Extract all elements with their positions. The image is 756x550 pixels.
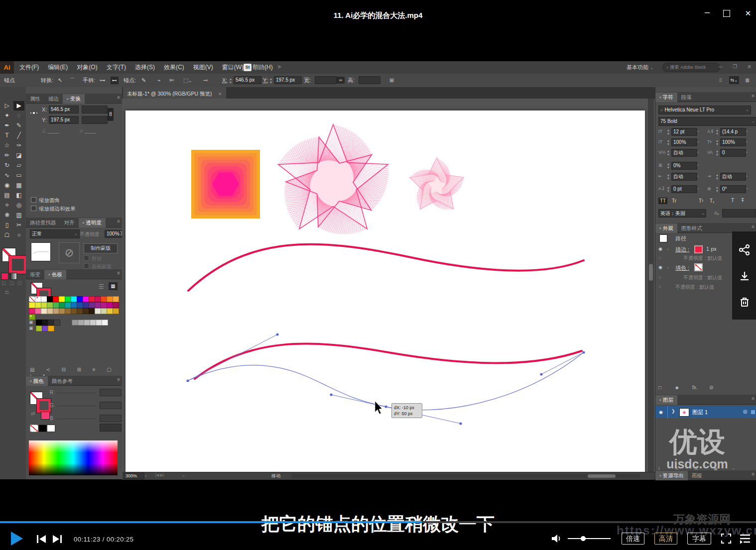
w-field[interactable] [315, 76, 337, 84]
object-opacity-row[interactable]: 不透明度 : 默认值 [675, 284, 714, 291]
aki-right-dropdown-icon[interactable]: ⌄ [745, 173, 749, 178]
paintbrush-tool[interactable]: ✑ [13, 141, 24, 150]
character-width-dropdown-icon[interactable]: ⌄ [696, 162, 700, 167]
playlist-icon[interactable] [739, 534, 751, 544]
next-button[interactable] [52, 534, 63, 544]
zoom-level-select[interactable]: 300% [124, 473, 144, 479]
connect-path-icon[interactable]: ⌁ [157, 74, 161, 87]
fill-row-label[interactable]: 填色 : [675, 264, 689, 272]
channel-R-slider[interactable] [57, 393, 96, 393]
chevron-down-icon[interactable]: ⌄ [666, 265, 670, 269]
swatches-tab-1[interactable]: ◦ 色板 [44, 270, 66, 279]
swatch-group-icon[interactable]: ▣ [29, 326, 33, 330]
layer-name[interactable]: 图层 1 [692, 409, 708, 416]
layers-tab-0[interactable]: ◦ 图层 [655, 395, 677, 405]
gray-dark-swatch-3[interactable] [54, 320, 60, 326]
stroke-swatch[interactable] [9, 256, 27, 274]
dock-bottom-tab-1[interactable]: 画板 [688, 471, 706, 480]
swap-colors-icon[interactable]: ⇄ [31, 411, 35, 416]
y-stepper[interactable]: ▲▼ [269, 77, 273, 84]
x-stepper[interactable]: ▲▼ [229, 77, 233, 84]
document-tab[interactable]: 未标题-1* @ 300% (RGB/GPU 预览) ✕ [123, 87, 226, 99]
kerning-field[interactable]: 自动 [671, 149, 697, 157]
selection-tool[interactable]: ▷ [1, 101, 12, 110]
decoration-button-1[interactable]: Ŧ [741, 198, 744, 203]
swatches-tab-0[interactable]: 渐变 [26, 270, 44, 279]
horizontal-scale-dropdown-icon[interactable]: ⌄ [745, 139, 749, 143]
symbol-sprayer-tool[interactable]: ❋ [1, 211, 12, 220]
shape-tool[interactable]: ☆ [1, 141, 12, 150]
case-button-3[interactable]: T₁ [708, 198, 716, 204]
convert-smooth-icon[interactable]: ⌒ [70, 74, 75, 87]
free-transform-tool[interactable]: ▭ [13, 171, 24, 180]
pencil-tool[interactable]: ✏ [1, 151, 12, 160]
dock-bottom-panel-menu-icon[interactable]: ≡ [752, 471, 755, 477]
transform-tab-1[interactable]: 描边 [44, 94, 63, 104]
vertical-scale-dropdown-icon[interactable]: ⌄ [696, 139, 700, 143]
leading-field[interactable]: (14.4 p [720, 128, 746, 136]
reference-point-widget[interactable] [30, 109, 38, 117]
layer-row[interactable]: ◉ ❯ ★ 图层 1 ◎ [655, 406, 756, 418]
menu-item-3[interactable]: 文字(T) [107, 61, 126, 74]
menu-item-5[interactable]: 效果(C) [164, 61, 184, 74]
aki-right-field[interactable]: 自动 [720, 173, 746, 181]
rotate-tool[interactable]: ↻ [1, 161, 12, 170]
hand-tool[interactable]: ☖ [1, 230, 12, 240]
volume-slider[interactable] [568, 538, 611, 539]
mesh-tool[interactable]: ▤ [1, 191, 12, 200]
row1-swatch-12[interactable] [113, 296, 119, 302]
character-panel-menu-icon[interactable]: ≡ [752, 93, 755, 99]
color-none-chip[interactable] [30, 425, 38, 432]
panel-strip-icon-3[interactable]: ⊘ [709, 385, 713, 390]
layers-panel-menu-icon[interactable]: ≡ [752, 396, 755, 401]
char-rotation-field[interactable]: 0° [720, 185, 746, 193]
channel-R-field[interactable] [100, 389, 122, 396]
color-black-chip[interactable] [38, 425, 47, 432]
horizontal-scrollbar[interactable] [291, 474, 640, 478]
tx-y-field[interactable]: 197.5 px [49, 116, 79, 124]
preferences-icon[interactable]: ⇆⌄ [729, 76, 739, 84]
case-button-0[interactable]: TT [658, 198, 667, 204]
hide-handles-icon[interactable]: ⊷ [111, 77, 119, 84]
hscrollbar-thumb[interactable] [588, 474, 616, 478]
kerning-dropdown-icon[interactable]: ⌄ [696, 149, 700, 154]
isolate-icon[interactable]: ⬚⌄ [183, 74, 192, 88]
list-view-icon[interactable]: ☰ [99, 283, 104, 290]
leading-stepper[interactable]: ▲ ▼ [715, 128, 719, 135]
tracking-field[interactable]: 0 [720, 149, 746, 157]
document-icon[interactable]: ▤ [228, 63, 234, 70]
scale-tool[interactable]: ▱ [13, 161, 24, 170]
channel-B-field[interactable] [100, 415, 122, 422]
align-icons[interactable]: ⫶⫶ [719, 74, 722, 87]
fill-opacity-row[interactable]: 不透明度 : 默认值 [683, 274, 722, 281]
transparency-tab-1[interactable]: 对齐 [60, 218, 79, 227]
panel-strip-icon-0[interactable]: □ [658, 385, 661, 390]
menu-item-2[interactable]: 对象(O) [77, 61, 97, 74]
show-handles-icon[interactable]: ⊶ [100, 74, 105, 87]
baseline-shift-stepper[interactable]: ▲ ▼ [666, 186, 670, 193]
transform-panel-icon[interactable]: ⊞ [389, 74, 394, 87]
aki-left-dropdown-icon[interactable]: ⌄ [696, 173, 700, 178]
appearance-tab-1[interactable]: 图形样式 [677, 223, 706, 233]
case-button-2[interactable]: T¹ [697, 198, 705, 204]
stroke-width-value[interactable]: 1 px [706, 246, 717, 252]
tx-w-field[interactable] [82, 106, 108, 113]
tracking-stepper[interactable]: ▲ ▼ [715, 149, 719, 156]
gradient-tool[interactable]: ◧ [13, 191, 24, 200]
color-panel-menu-icon[interactable]: ≡ [117, 377, 120, 382]
kerning-stepper[interactable]: ▲ ▼ [666, 149, 670, 156]
download-icon[interactable] [739, 270, 751, 282]
horizontal-scale-stepper[interactable]: ▲ ▼ [715, 139, 719, 146]
color-tab-1[interactable]: 颜色参考 [48, 376, 77, 386]
char-rotation-stepper[interactable]: ▲ ▼ [715, 186, 719, 193]
stroke-color-swatch[interactable] [694, 245, 703, 253]
stock-search-input[interactable]: ⌕ 搜索 Adobe Stock [662, 63, 720, 72]
slice-tool[interactable]: ✂ [13, 220, 24, 230]
draw-inside-icon[interactable]: ◳ [17, 280, 22, 286]
transparency-tab-0[interactable]: 路径查找器 [26, 218, 60, 227]
tx-x-field[interactable]: 546.5 px [49, 106, 79, 113]
grid-view-icon[interactable]: ▦ [109, 282, 118, 290]
horizontal-scale-field[interactable]: 100% [720, 138, 746, 146]
width-tool[interactable]: ∿ [1, 171, 12, 180]
menu-item-6[interactable]: 视图(V) [193, 61, 213, 74]
